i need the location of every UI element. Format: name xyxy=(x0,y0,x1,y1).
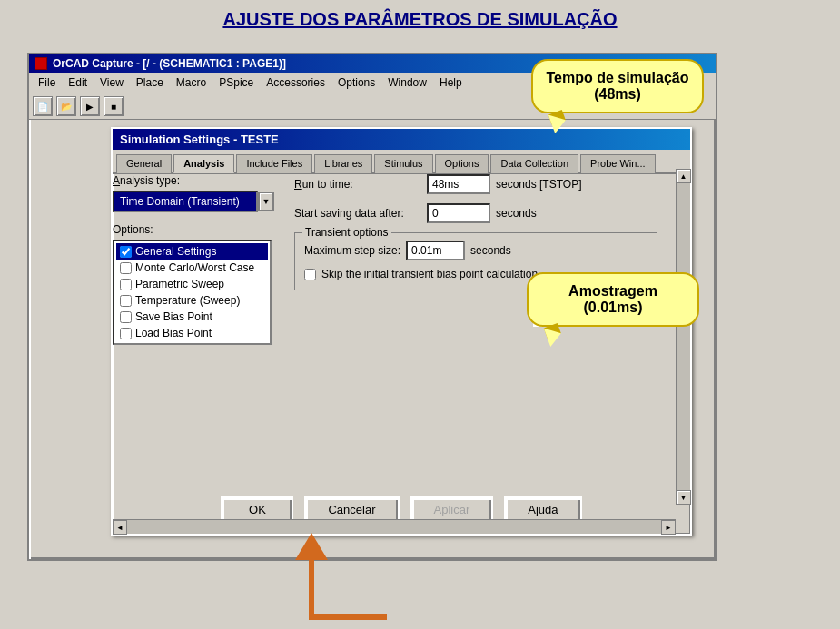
option-general-settings-label: General Settings xyxy=(135,245,216,258)
menu-accessories[interactable]: Accessories xyxy=(261,74,331,91)
option-parametric-sweep[interactable]: Parametric Sweep xyxy=(116,276,268,292)
tab-stimulus[interactable]: Stimulus xyxy=(374,154,432,173)
simulation-settings-dialog: Simulation Settings - TESTE General Anal… xyxy=(111,127,692,536)
option-monte-carlo[interactable]: Monte Carlo/Worst Case xyxy=(116,260,268,276)
option-load-bias-label: Load Bias Point xyxy=(135,327,212,339)
option-parametric-sweep-label: Parametric Sweep xyxy=(135,278,224,290)
analysis-type-dropdown-arrow[interactable]: ▼ xyxy=(258,192,274,211)
analysis-type-dropdown[interactable]: Time Domain (Transient) xyxy=(113,191,258,212)
menu-help[interactable]: Help xyxy=(434,74,468,91)
options-label: Options: xyxy=(113,223,281,236)
start-saving-row: Start saving data after: seconds xyxy=(294,203,657,223)
arrow-indicator xyxy=(309,533,387,620)
bottom-scrollbar: ◄ ► xyxy=(113,519,676,534)
tab-analysis[interactable]: Analysis xyxy=(173,154,234,173)
max-step-input[interactable] xyxy=(406,241,465,260)
run-to-time-row: Run to time: seconds [TSTOP] xyxy=(294,174,657,194)
run-to-time-unit: seconds [TSTOP] xyxy=(496,178,581,191)
menu-window[interactable]: Window xyxy=(382,74,432,91)
run-to-time-label: Run to time: xyxy=(294,178,421,191)
scroll-track[interactable] xyxy=(677,183,690,490)
start-saving-unit: seconds xyxy=(496,207,537,220)
menu-place[interactable]: Place xyxy=(131,74,169,91)
transient-options-title: Transient options xyxy=(302,226,391,239)
tab-options[interactable]: Options xyxy=(435,154,489,173)
bubble-tempo-text: Tempo de simulação(48ms) xyxy=(546,70,688,102)
bubble-tempo: Tempo de simulação(48ms) xyxy=(531,59,704,113)
toolbar-btn-1[interactable]: 📄 xyxy=(33,96,53,116)
option-parametric-sweep-checkbox[interactable] xyxy=(120,279,132,290)
option-save-bias-checkbox[interactable] xyxy=(120,311,132,323)
options-list: General Settings Monte Carlo/Worst Case … xyxy=(113,240,272,345)
dialog-titlebar: Simulation Settings - TESTE xyxy=(113,129,690,150)
hscroll-track[interactable] xyxy=(127,520,661,534)
option-load-bias-checkbox[interactable] xyxy=(120,328,132,339)
start-saving-label: Start saving data after: xyxy=(294,207,421,220)
outer-window-title: OrCAD Capture - [/ - (SCHEMATIC1 : PAGE1… xyxy=(53,57,286,70)
tabs-bar: General Analysis Include Files Libraries… xyxy=(113,150,690,174)
dialog-body: Analysis type: Time Domain (Transient) ▼… xyxy=(113,174,690,192)
dialog-scrollbar: ▲ ▼ xyxy=(676,169,690,505)
start-saving-input[interactable] xyxy=(427,203,490,223)
toolbar-btn-2[interactable]: 📂 xyxy=(56,96,76,116)
toolbar-btn-3[interactable]: ▶ xyxy=(80,96,100,116)
bubble-amostragem-text: Amostragem(0.01ms) xyxy=(568,283,657,315)
max-step-row: Maximum step size: seconds xyxy=(304,241,647,260)
option-temperature-sweep[interactable]: Temperature (Sweep) xyxy=(116,292,268,309)
option-temperature-sweep-label: Temperature (Sweep) xyxy=(135,294,240,307)
analysis-type-select-row: Time Domain (Transient) ▼ xyxy=(113,191,281,212)
app-icon xyxy=(35,57,47,70)
menu-view[interactable]: View xyxy=(94,74,129,91)
option-monte-carlo-label: Monte Carlo/Worst Case xyxy=(135,261,254,274)
max-step-label: Maximum step size: xyxy=(304,244,400,257)
dialog-title: Simulation Settings - TESTE xyxy=(120,133,279,146)
page-title: AJUSTE DOS PARÂMETROS DE SIMULAÇÃO xyxy=(0,0,840,37)
menu-edit[interactable]: Edit xyxy=(63,74,93,91)
menu-macro[interactable]: Macro xyxy=(171,74,212,91)
menu-file[interactable]: File xyxy=(33,74,61,91)
run-to-time-input[interactable] xyxy=(427,174,490,194)
option-save-bias[interactable]: Save Bias Point xyxy=(116,309,268,325)
menu-pspice[interactable]: PSpice xyxy=(213,74,259,91)
bubble-amostragem: Amostragem(0.01ms) xyxy=(527,272,699,327)
menu-options[interactable]: Options xyxy=(332,74,380,91)
option-monte-carlo-checkbox[interactable] xyxy=(120,262,132,274)
option-general-settings[interactable]: General Settings xyxy=(116,243,268,260)
option-save-bias-label: Save Bias Point xyxy=(135,310,212,323)
arrow-horizontal xyxy=(309,614,387,620)
scroll-up-btn[interactable]: ▲ xyxy=(677,169,691,183)
tab-general[interactable]: General xyxy=(116,154,172,173)
skip-initial-checkbox[interactable] xyxy=(304,269,316,280)
max-step-unit: seconds xyxy=(470,244,511,257)
skip-initial-label: Skip the initial transient bias point ca… xyxy=(321,268,538,280)
tab-data-collection[interactable]: Data Collection xyxy=(490,154,578,173)
arrow-vertical xyxy=(309,560,314,614)
arrow-head xyxy=(295,533,328,560)
tab-probe-win[interactable]: Probe Win... xyxy=(580,154,656,173)
analysis-type-label: Analysis type: xyxy=(113,174,281,187)
tab-libraries[interactable]: Libraries xyxy=(314,154,372,173)
hscroll-left-btn[interactable]: ◄ xyxy=(113,520,127,535)
option-general-settings-checkbox[interactable] xyxy=(120,246,132,258)
option-temperature-sweep-checkbox[interactable] xyxy=(120,295,132,307)
toolbar-btn-4[interactable]: ■ xyxy=(104,96,124,116)
tab-include-files[interactable]: Include Files xyxy=(236,154,312,173)
hscroll-right-btn[interactable]: ► xyxy=(661,520,676,535)
left-panel: Analysis type: Time Domain (Transient) ▼… xyxy=(113,174,281,345)
option-load-bias[interactable]: Load Bias Point xyxy=(116,325,268,341)
